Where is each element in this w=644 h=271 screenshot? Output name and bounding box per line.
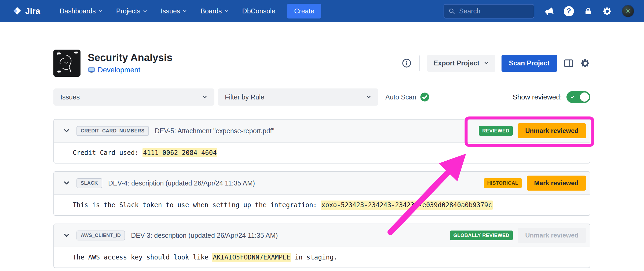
sensitive-data-highlight: 4111 0062 2084 4604 [142,148,217,157]
unmark-reviewed-button[interactable]: Unmark reviewed [518,123,586,138]
finding-card-aws: AWS_CLIENT_ID DEV-3: description (update… [53,224,590,268]
chevron-down-icon [484,61,489,66]
side-panel-icon[interactable] [563,58,574,69]
sensitive-data-highlight: AKIAIO5FODNN7EXAMPLE [212,253,291,262]
search-box[interactable] [444,4,534,18]
check-icon [569,94,575,100]
jira-logo-icon [12,6,22,16]
page-settings-gear-icon[interactable] [580,58,590,68]
create-button[interactable]: Create [287,4,321,18]
finding-card-slack: SLACK DEV-4: description (updated 26/Apr… [53,171,590,216]
collapse-chevron-icon[interactable] [62,180,71,187]
nav-item-boards[interactable]: Boards [200,7,229,15]
rule-badge: CREDIT_CARD_NUMBERS [76,126,149,136]
chevron-down-icon [182,9,187,13]
status-badge: REVIEWED [479,126,513,136]
nav-menu: Dashboards Projects Issues Boards DbCons… [60,7,275,15]
status-badge: HISTORICAL [484,178,522,188]
sensitive-data-highlight: xoxo-523423-234243-234233-e039d02840a0b9… [321,201,493,210]
check-circle-icon [420,92,430,102]
project-avatar [53,50,80,77]
header-actions: Export Project Scan Project [402,55,590,72]
show-reviewed-toggle[interactable] [566,91,590,103]
mark-reviewed-button[interactable]: Mark reviewed [527,176,586,191]
finding-actions: REVIEWED Unmark reviewed [479,123,586,138]
finding-body: The AWS access key should look like AKIA… [54,247,590,268]
nav-item-issues[interactable]: Issues [161,7,187,15]
user-avatar[interactable]: ✳ [622,5,634,17]
scan-project-button[interactable]: Scan Project [502,55,557,72]
rule-badge: SLACK [76,178,102,188]
finding-title: DEV-3: description (updated 26/Apr/24 11… [131,232,278,239]
finding-header: CREDIT_CARD_NUMBERS DEV-5: Attachment "e… [54,120,590,143]
project-link[interactable]: Development [98,66,140,74]
auto-scan-indicator: Auto Scan [385,92,430,102]
title-block: Security Analysis Development [88,52,172,74]
finding-actions: GLOBALLY REVIEWED Unmark reviewed [450,228,586,243]
finding-title: DEV-4: description (updated 26/Apr/24 11… [108,179,255,187]
search-icon [448,8,455,15]
project-category-icon [88,66,95,74]
project-avatar-art [53,50,80,77]
lock-icon[interactable] [584,7,593,16]
nav-icon-group: ? ✳ [544,5,634,17]
main-content: Security Analysis Development Export Pro… [0,22,644,268]
show-reviewed-control: Show reviewed: [513,91,590,103]
top-navigation: Jira Dashboards Projects Issues Boards D… [0,0,644,22]
chevron-down-icon [366,94,371,100]
finding-header: AWS_CLIENT_ID DEV-3: description (update… [54,224,590,247]
chevron-down-icon [224,9,229,13]
finding-header: SLACK DEV-4: description (updated 26/Apr… [54,172,590,195]
rule-filter-dropdown[interactable]: Filter by Rule [218,88,378,106]
breadcrumb: Development [88,66,172,74]
jira-security-analysis-page: Jira Dashboards Projects Issues Boards D… [0,0,644,271]
export-project-button[interactable]: Export Project [427,55,495,72]
project-header: Security Analysis Development Export Pro… [53,50,590,77]
status-badge: GLOBALLY REVIEWED [450,231,513,240]
finding-body: Credit Card used: 4111 0062 2084 4604 [54,143,590,163]
brand-name: Jira [25,6,40,16]
finding-actions: HISTORICAL Mark reviewed [484,176,586,191]
chevron-down-icon [98,9,103,13]
nav-item-projects[interactable]: Projects [116,7,147,15]
chevron-down-icon [202,94,207,100]
search-input[interactable] [459,7,529,15]
settings-gear-icon[interactable] [602,6,612,16]
finding-card-credit-card: CREDIT_CARD_NUMBERS DEV-5: Attachment "e… [53,119,590,164]
info-icon[interactable] [402,58,412,68]
filter-bar: Issues Filter by Rule Auto Scan Show rev… [53,88,590,106]
page-title: Security Analysis [88,52,172,64]
nav-item-dashboards[interactable]: Dashboards [60,7,103,15]
unmark-reviewed-button-disabled: Unmark reviewed [518,228,586,243]
toggle-knob [580,92,589,102]
collapse-chevron-icon[interactable] [62,232,71,239]
jira-logo[interactable]: Jira [12,6,40,16]
rule-badge: AWS_CLIENT_ID [76,231,125,240]
issues-dropdown[interactable]: Issues [53,88,214,106]
finding-title: DEV-5: Attachment "expense-report.pdf" [155,127,275,135]
announcements-icon[interactable] [544,6,554,16]
findings-list: CREDIT_CARD_NUMBERS DEV-5: Attachment "e… [53,119,590,268]
finding-body: This is the Slack token to use when sett… [54,195,590,215]
chevron-down-icon [143,9,147,13]
help-icon[interactable]: ? [564,6,574,16]
collapse-chevron-icon[interactable] [62,127,71,134]
divider [419,55,420,71]
nav-item-dbconsole[interactable]: DbConsole [242,7,276,15]
